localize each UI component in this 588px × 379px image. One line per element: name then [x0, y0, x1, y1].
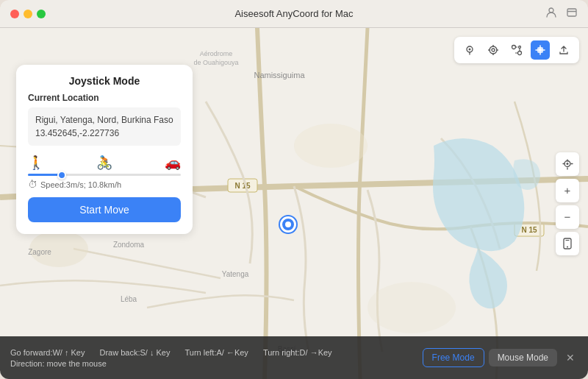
- location-line2: 13.452645,-2.227736: [35, 127, 173, 140]
- bottom-bar: Go forward:W/ ↑ Key Draw back:S/ ↓ Key T…: [0, 336, 588, 379]
- joystick-btn[interactable]: [531, 40, 550, 60]
- svg-point-29: [518, 52, 522, 55]
- svg-text:Yatenga: Yatenga: [222, 270, 249, 278]
- svg-point-22: [490, 46, 497, 54]
- close-bottom-bar-button[interactable]: ✕: [563, 350, 578, 365]
- maximize-button[interactable]: [37, 10, 46, 18]
- pin-location-btn[interactable]: [460, 40, 479, 60]
- my-location-btn[interactable]: [556, 152, 579, 176]
- zoom-out-icon: −: [564, 210, 571, 223]
- svg-text:Namissiguima: Namissiguima: [254, 71, 305, 79]
- svg-text:Aérodrome: Aérodrome: [200, 50, 233, 57]
- location-display: Rigui, Yatenga, Nord, Burkina Faso 13.45…: [28, 107, 181, 146]
- target-location-btn[interactable]: [484, 40, 503, 60]
- forward-key-hint: Go forward:W/ ↑ Key: [10, 348, 85, 357]
- svg-point-23: [492, 49, 495, 52]
- walk-mode-btn[interactable]: 🚶: [28, 155, 44, 171]
- back-key-hint: Draw back:S/ ↓ Key: [99, 348, 170, 357]
- app-title: Aiseesoft AnyCoord for Mac: [234, 8, 353, 19]
- svg-point-32: [539, 49, 542, 52]
- close-button[interactable]: [10, 10, 19, 18]
- bike-mode-btn[interactable]: 🚴: [96, 155, 112, 171]
- mode-buttons: Free Mode Mouse Mode: [423, 348, 557, 367]
- map-area[interactable]: N 15 N 15 Namissiguima Zagore Zondoma: [0, 28, 588, 379]
- svg-point-0: [549, 8, 553, 13]
- zoom-in-icon: +: [564, 184, 571, 196]
- export-btn[interactable]: [554, 40, 573, 60]
- zoom-out-btn[interactable]: −: [556, 205, 579, 229]
- titlebar: Aiseesoft AnyCoord for Mac: [0, 0, 588, 28]
- slider-thumb[interactable]: [57, 171, 66, 180]
- speed-slider-container[interactable]: [28, 174, 181, 176]
- panel-title: Joystick Mode: [28, 75, 181, 87]
- location-marker: [280, 216, 296, 233]
- slider-track: [28, 174, 181, 176]
- route-btn[interactable]: [507, 40, 526, 60]
- window-icon[interactable]: [566, 7, 578, 21]
- user-icon[interactable]: [545, 7, 557, 21]
- direction-hint: Direction: move the mouse: [10, 359, 107, 368]
- left-key-hint: Turn left:A/ ←Key: [184, 348, 248, 357]
- minimize-button[interactable]: [24, 10, 32, 18]
- key-hints-row1: Go forward:W/ ↑ Key Draw back:S/ ↓ Key T…: [10, 348, 423, 357]
- map-toolbar: [454, 37, 579, 63]
- start-move-button[interactable]: Start Move: [28, 197, 181, 222]
- section-label: Current Location: [28, 93, 181, 103]
- speed-display: ⏱ Speed:3m/s; 10.8km/h: [28, 179, 181, 190]
- mouse-mode-button[interactable]: Mouse Mode: [489, 349, 557, 366]
- map-controls: + −: [556, 152, 579, 255]
- zoom-in-btn[interactable]: +: [556, 179, 579, 202]
- key-hints: Go forward:W/ ↑ Key Draw back:S/ ↓ Key T…: [10, 348, 423, 368]
- transport-mode-row: 🚶 🚴 🚗: [28, 155, 181, 171]
- svg-rect-1: [567, 9, 576, 16]
- joystick-panel: Joystick Mode Current Location Rigui, Ya…: [16, 65, 193, 234]
- svg-point-11: [368, 282, 456, 333]
- svg-text:Zagore: Zagore: [28, 248, 51, 256]
- free-mode-button[interactable]: Free Mode: [423, 348, 484, 367]
- svg-point-28: [512, 46, 516, 49]
- svg-text:N 15: N 15: [521, 226, 537, 234]
- svg-point-30: [519, 46, 521, 49]
- right-key-hint: Turn right:D/ →Key: [263, 348, 332, 357]
- car-mode-btn[interactable]: 🚗: [165, 155, 181, 171]
- traffic-lights: [10, 10, 46, 18]
- svg-text:Zondoma: Zondoma: [113, 241, 145, 249]
- svg-point-21: [469, 49, 471, 51]
- speed-text: Speed:3m/s; 10.8km/h: [40, 180, 121, 189]
- svg-point-40: [567, 246, 568, 247]
- speed-icon: ⏱: [28, 179, 37, 190]
- device-btn[interactable]: [556, 232, 579, 255]
- titlebar-actions: [545, 7, 578, 21]
- svg-text:N 15: N 15: [234, 182, 251, 190]
- svg-text:Léba: Léba: [121, 295, 137, 303]
- svg-point-38: [567, 163, 569, 165]
- svg-text:de Ouahigouya: de Ouahigouya: [193, 59, 238, 66]
- key-hints-row2: Direction: move the mouse: [10, 359, 423, 368]
- location-line1: Rigui, Yatenga, Nord, Burkina Faso: [35, 113, 173, 127]
- svg-point-10: [294, 124, 368, 168]
